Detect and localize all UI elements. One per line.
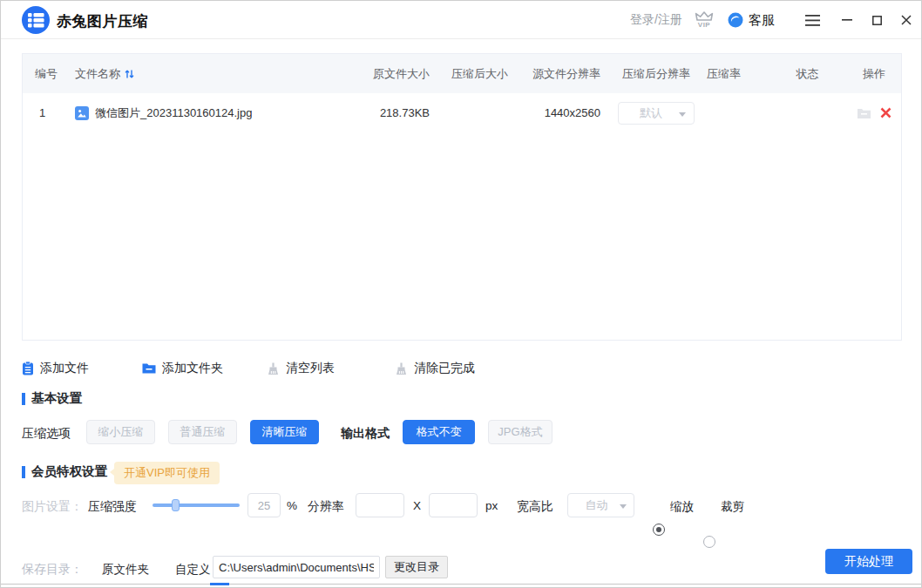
crop-radio[interactable]: [703, 536, 715, 548]
chevron-down-icon: [679, 112, 686, 117]
col-header-original-size: 原文件大小: [359, 54, 442, 93]
customer-service-label: 客服: [749, 12, 775, 29]
close-button[interactable]: [891, 1, 921, 39]
row-target-resolution-cell: 默认: [613, 93, 700, 132]
titlebar: 赤兔图片压缩 登录/注册 VIP 客服: [1, 1, 921, 39]
clear-list-label: 清空列表: [286, 361, 335, 376]
col-header-compression-rate: 压缩率: [700, 54, 768, 93]
crop-radio-label: 裁剪: [721, 499, 744, 515]
compression-option-label: 压缩选项: [22, 426, 71, 442]
col-header-status: 状态: [768, 54, 847, 93]
row-status: [768, 93, 847, 132]
row-source-resolution: 1440x2560: [520, 93, 613, 132]
col-header-index: 编号: [23, 54, 63, 93]
add-folder-label: 添加文件夹: [162, 361, 223, 376]
menu-button[interactable]: [797, 1, 827, 39]
vip-settings-section-title: 会员特权设置: [22, 463, 107, 480]
scale-radio[interactable]: [653, 524, 665, 536]
app-window: 赤兔图片压缩 登录/注册 VIP 客服: [0, 0, 922, 588]
crown-icon: [695, 11, 714, 21]
format-keep-button[interactable]: 格式不变: [403, 420, 475, 444]
col-header-source-resolution: 源文件分辨率: [520, 54, 613, 93]
option-shrink-compress-button[interactable]: 缩小压缩: [86, 420, 155, 444]
col-header-compressed-size: 压缩后大小: [442, 54, 520, 93]
resolution-x-separator: X: [413, 499, 421, 512]
window-bottom-edge: [1, 584, 921, 585]
add-folder-button[interactable]: 添加文件夹: [142, 359, 223, 378]
vip-button[interactable]: VIP: [695, 11, 714, 29]
format-jpg-button[interactable]: JPG格式: [488, 420, 553, 444]
scale-radio-label: 缩放: [670, 499, 694, 515]
output-format-label: 输出格式: [341, 426, 390, 442]
basic-settings-section-title: 基本设置: [22, 390, 82, 407]
clear-list-button[interactable]: 清空列表: [267, 359, 335, 378]
resolution-label: 分辨率: [308, 499, 344, 515]
strength-slider[interactable]: [153, 504, 240, 507]
row-compressed-size: [442, 93, 520, 132]
row-file: 微信图片_20231130160124.jpg: [63, 93, 359, 132]
file-list-panel: 编号 文件名称 原文件大小 压缩后大小 源文件分辨率 压缩后分辨率 压缩率 状态…: [22, 53, 902, 341]
col-header-actions: 操作: [847, 54, 901, 93]
clear-completed-label: 清除已完成: [414, 361, 475, 376]
row-compression-rate: [700, 93, 768, 132]
add-folder-icon: [142, 362, 156, 375]
aspect-ratio-value: 自动: [586, 497, 608, 513]
customer-service-icon: [728, 12, 743, 28]
sort-icon[interactable]: [125, 69, 134, 79]
resolution-width-input[interactable]: [356, 493, 404, 517]
delete-icon[interactable]: [880, 107, 891, 118]
hamburger-icon: [805, 15, 820, 26]
maximize-icon: [872, 16, 882, 25]
table-row: 1 微信图片_20231130160124.jpg 218.73KB 1440x…: [23, 93, 901, 132]
open-folder-icon[interactable]: [857, 107, 871, 119]
change-directory-button[interactable]: 更改目录: [385, 556, 448, 578]
px-unit-label: px: [485, 499, 498, 512]
percent-unit-label: %: [287, 499, 297, 512]
resolution-dropdown-value: 默认: [640, 105, 662, 121]
aspect-ratio-label: 宽高比: [517, 499, 553, 515]
strength-value-input[interactable]: [247, 493, 281, 517]
image-settings-label: 图片设置：: [22, 499, 83, 515]
add-file-label: 添加文件: [40, 361, 89, 376]
section-accent-bar: [22, 466, 25, 478]
resolution-dropdown[interactable]: 默认: [618, 102, 695, 125]
col-header-filename: 文件名称: [63, 54, 359, 93]
aspect-ratio-dropdown[interactable]: 自动: [567, 493, 634, 517]
minimize-icon: [842, 19, 852, 21]
chevron-down-icon: [620, 504, 627, 509]
slider-handle[interactable]: [172, 499, 180, 511]
row-index: 1: [23, 93, 63, 132]
resolution-height-input[interactable]: [429, 493, 478, 517]
bottom-progress-accent: [210, 583, 229, 585]
add-file-button[interactable]: 添加文件: [22, 359, 89, 378]
app-logo-icon: [22, 6, 50, 34]
custom-folder-label: 自定义: [175, 562, 211, 578]
col-header-target-resolution: 压缩后分辨率: [613, 54, 700, 93]
page-title: 赤兔图片压缩: [57, 11, 148, 31]
clear-completed-button[interactable]: 清除已完成: [395, 359, 475, 378]
broom-icon: [395, 362, 408, 375]
customer-service-button[interactable]: 客服: [728, 12, 775, 29]
save-path-input[interactable]: [213, 556, 380, 578]
vip-required-badge: 开通VIP即可使用: [114, 462, 220, 484]
option-clear-compress-button[interactable]: 清晰压缩: [250, 420, 319, 444]
row-original-size: 218.73KB: [359, 93, 442, 132]
add-file-icon: [22, 362, 34, 375]
login-register-link[interactable]: 登录/注册: [630, 12, 682, 28]
save-directory-label: 保存目录：: [22, 562, 83, 578]
section-accent-bar: [22, 393, 25, 405]
vip-label: VIP: [698, 22, 710, 29]
minimize-button[interactable]: [832, 1, 862, 39]
start-processing-button[interactable]: 开始处理: [825, 549, 912, 574]
option-normal-compress-button[interactable]: 普通压缩: [168, 420, 237, 444]
original-folder-label: 原文件夹: [102, 562, 149, 578]
close-icon: [901, 15, 912, 25]
broom-icon: [267, 362, 280, 375]
image-file-icon: [75, 106, 89, 120]
row-filename: 微信图片_20231130160124.jpg: [95, 105, 252, 121]
maximize-button[interactable]: [862, 1, 891, 39]
row-actions: [847, 93, 901, 132]
compression-strength-label: 压缩强度: [88, 499, 137, 515]
table-header: 编号 文件名称 原文件大小 压缩后大小 源文件分辨率 压缩后分辨率 压缩率 状态…: [23, 54, 901, 93]
